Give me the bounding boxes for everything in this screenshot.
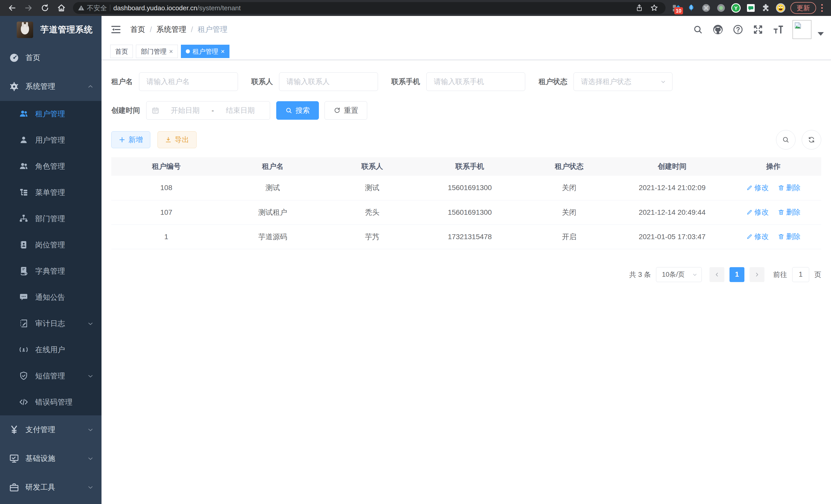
address-bar[interactable]: 不安全 dashboard.yudao.iocoder.cn/system/te…: [73, 2, 665, 14]
col-status: 租户状态: [520, 157, 619, 176]
sidebar-item-dept[interactable]: 部门管理: [0, 206, 102, 232]
extension-y-icon[interactable]: Y: [729, 2, 743, 14]
delete-link[interactable]: 删除: [778, 207, 800, 217]
share-icon[interactable]: [633, 2, 646, 14]
sidebar-item-post[interactable]: 岗位管理: [0, 232, 102, 258]
pencil-icon: [746, 233, 753, 240]
contact-input[interactable]: [279, 72, 378, 91]
table-row: 107 测试租户 秃头 15601691300 关闭 2021-12-14 20…: [111, 200, 821, 225]
extension-chat-icon[interactable]: [744, 2, 757, 14]
tenant-name-input[interactable]: [139, 72, 238, 91]
github-icon[interactable]: [710, 21, 726, 38]
fullscreen-icon[interactable]: [750, 21, 766, 38]
sidebar-item-dict[interactable]: 字典管理: [0, 258, 102, 285]
sidebar-item-menu[interactable]: 菜单管理: [0, 180, 102, 206]
close-icon[interactable]: ×: [169, 48, 173, 55]
prev-page-button[interactable]: [710, 267, 724, 282]
edit-link[interactable]: 修改: [746, 207, 769, 217]
page-size-select[interactable]: 10条/页: [656, 267, 702, 282]
plus-icon: [119, 137, 125, 143]
sidebar-item-sms[interactable]: 短信管理: [0, 363, 102, 389]
edit-link[interactable]: 修改: [746, 183, 769, 192]
svg-text:⌘: ⌘: [704, 5, 709, 11]
sidebar-item-tenant[interactable]: 租户管理: [0, 101, 102, 127]
chat-bubble-icon: [19, 292, 29, 303]
trash-icon: [778, 209, 784, 215]
sidebar-collapse-icon[interactable]: [110, 23, 122, 36]
yen-icon: [9, 425, 19, 435]
insecure-warning[interactable]: 不安全: [78, 4, 107, 12]
search-button[interactable]: 搜索: [276, 101, 319, 120]
org-chart-icon: [19, 214, 29, 224]
help-icon[interactable]: [730, 21, 746, 38]
dashboard-icon: [9, 53, 19, 63]
chevron-down-icon: [87, 320, 94, 327]
avatar-caret-icon[interactable]: [818, 32, 824, 36]
reset-button[interactable]: 重置: [324, 101, 367, 120]
page-1-button[interactable]: 1: [729, 267, 744, 282]
tenant-name-label: 租户名: [111, 77, 133, 87]
sidebar-item-system[interactable]: 系统管理: [0, 72, 102, 101]
sidebar-item-user[interactable]: 用户管理: [0, 127, 102, 153]
tree-icon: [19, 187, 29, 198]
browser-menu-icon[interactable]: [818, 4, 826, 12]
delete-link[interactable]: 删除: [778, 232, 800, 241]
delete-link[interactable]: 删除: [778, 183, 800, 192]
extension-command-icon[interactable]: ⌘: [699, 2, 713, 14]
toggle-search-button[interactable]: [776, 130, 796, 149]
home-icon[interactable]: [54, 2, 69, 14]
sidebar-logo[interactable]: 芋道管理系统: [0, 16, 102, 43]
sidebar-item-errcode[interactable]: 错误码管理: [0, 389, 102, 415]
chevron-up-icon: [87, 83, 94, 90]
tab-home[interactable]: 首页: [110, 45, 133, 58]
extension-tampermonkey-icon[interactable]: 10: [670, 2, 683, 14]
edit-link[interactable]: 修改: [746, 232, 769, 241]
search-icon: [285, 107, 292, 114]
extension-lens-icon[interactable]: [714, 2, 728, 14]
online-user-icon: [19, 345, 29, 355]
next-page-button[interactable]: [749, 267, 765, 282]
close-icon[interactable]: ×: [221, 48, 225, 55]
svg-text:Y: Y: [734, 5, 738, 11]
breadcrumb-home[interactable]: 首页: [130, 24, 145, 35]
url-text[interactable]: dashboard.yudao.iocoder.cn/system/tenant: [113, 4, 241, 12]
refresh-table-button[interactable]: [802, 130, 821, 149]
sidebar-item-role[interactable]: 角色管理: [0, 153, 102, 180]
avatar[interactable]: [793, 20, 811, 39]
mobile-input[interactable]: [426, 72, 525, 91]
log-edit-icon: [19, 319, 29, 329]
extension-puzzle-icon[interactable]: [759, 2, 772, 14]
chevron-down-icon: [692, 271, 698, 278]
date-range-picker[interactable]: 开始日期 - 结束日期: [146, 101, 270, 120]
page-content: 租户名 联系人 联系手机 租户状态 请选择租户状态: [102, 60, 831, 504]
status-select[interactable]: 请选择租户状态: [574, 72, 672, 91]
breadcrumb-system[interactable]: 系统管理: [156, 24, 186, 35]
bookmark-star-icon[interactable]: [648, 2, 661, 14]
end-date-placeholder: 结束日期: [216, 106, 265, 115]
sidebar-item-audit-log[interactable]: 审计日志: [0, 310, 102, 337]
extension-kite-icon[interactable]: [685, 2, 698, 14]
extension-emoji-icon[interactable]: [774, 2, 787, 14]
sidebar-item-home[interactable]: 首页: [0, 43, 102, 72]
tab-tenant[interactable]: 租户管理×: [181, 45, 229, 58]
sidebar-item-online-user[interactable]: 在线用户: [0, 337, 102, 363]
sidebar-item-devtool[interactable]: 研发工具: [0, 473, 102, 502]
back-icon[interactable]: [5, 2, 20, 14]
sidebar-item-notice[interactable]: 通知公告: [0, 285, 102, 310]
goto-page-input[interactable]: [792, 267, 809, 282]
reload-icon[interactable]: [37, 2, 52, 14]
extension-badge: 10: [674, 7, 683, 14]
total-count: 共 3 条: [629, 270, 651, 279]
font-size-icon[interactable]: [770, 21, 786, 38]
sidebar-item-pay[interactable]: 支付管理: [0, 415, 102, 444]
chevron-down-icon: [87, 484, 94, 491]
header-search-icon[interactable]: [690, 21, 706, 38]
export-button[interactable]: 导出: [157, 131, 197, 148]
chevron-down-icon: [87, 455, 94, 462]
tab-dept[interactable]: 部门管理×: [136, 45, 178, 58]
add-button[interactable]: 新增: [111, 131, 150, 148]
sidebar-item-infra[interactable]: 基础设施: [0, 444, 102, 473]
roles-icon: [19, 161, 29, 172]
update-button[interactable]: 更新: [791, 2, 816, 14]
forward-icon[interactable]: [21, 2, 36, 14]
